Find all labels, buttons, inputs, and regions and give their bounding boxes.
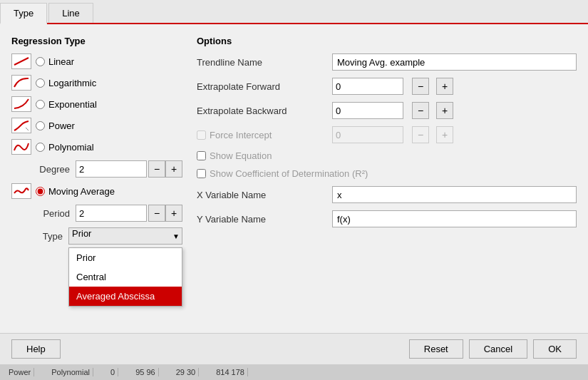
extrapolate-forward-label: Extrapolate Forward	[197, 81, 325, 92]
degree-input[interactable]	[76, 160, 147, 178]
period-label: Period	[37, 208, 70, 219]
power-radio[interactable]	[36, 121, 45, 130]
bottom-strip: Power Polynomial 0 95 96 29 30 814 178	[0, 364, 588, 380]
degree-stepper: − +	[76, 160, 182, 178]
exponential-radio-label[interactable]: Exponential	[36, 99, 97, 110]
force-intercept-label: Force Intercept	[197, 130, 325, 140]
logarithmic-radio-label[interactable]: Logarithmic	[36, 78, 96, 88]
moving-average-radio[interactable]	[36, 187, 45, 196]
logarithmic-icon	[11, 75, 31, 91]
dropdown-item-averaged-abscissa[interactable]: Averaged Abscissa	[69, 287, 182, 306]
period-row: Period − +	[37, 205, 182, 222]
x-variable-row: X Variable Name	[197, 186, 577, 203]
tab-type[interactable]: Type	[0, 3, 47, 24]
show-equation-row: Show Equation	[197, 150, 577, 161]
strip-values1: 95 96	[133, 368, 159, 376]
y-variable-label: Y Variable Name	[197, 214, 325, 225]
period-stepper: − +	[76, 205, 182, 222]
polynomial-radio-label[interactable]: Polynomial	[36, 142, 94, 153]
polynomial-icon	[11, 139, 31, 155]
exponential-icon	[11, 96, 31, 112]
force-intercept-input	[332, 126, 403, 143]
show-r2-row: Show Coefficient of Determination (R²)	[197, 168, 577, 179]
linear-radio-label[interactable]: Linear	[36, 56, 74, 67]
force-intercept-check-label[interactable]: Force Intercept	[197, 130, 325, 140]
extrapolate-forward-input[interactable]	[332, 78, 403, 95]
cancel-button[interactable]: Cancel	[469, 339, 527, 359]
linear-radio[interactable]	[36, 57, 45, 66]
regression-item-power: Power	[11, 118, 182, 133]
strip-values2: 29 30	[173, 368, 200, 376]
dropdown-item-prior[interactable]: Prior	[69, 248, 182, 267]
tab-line[interactable]: Line	[48, 3, 93, 23]
extrapolate-backward-label: Extrapolate Backward	[197, 106, 325, 116]
x-variable-input[interactable]	[332, 186, 577, 203]
period-increment-button[interactable]: +	[165, 205, 182, 222]
regression-item-moving-average: Moving Average	[11, 183, 182, 199]
force-intercept-decrement: −	[412, 126, 429, 143]
regression-item-linear: Linear	[11, 53, 182, 69]
extrapolate-forward-increment[interactable]: +	[436, 78, 453, 95]
footer-right: Reset Cancel OK	[409, 339, 577, 359]
strip-polynomial: Polynomial	[48, 368, 93, 376]
extrapolate-backward-input[interactable]	[332, 102, 403, 119]
x-variable-label: X Variable Name	[197, 190, 325, 200]
moving-average-icon	[11, 183, 31, 199]
tab-bar: Type Line	[0, 0, 588, 24]
trendline-name-row: Trendline Name	[197, 53, 577, 71]
extrapolate-forward-decrement[interactable]: −	[412, 78, 429, 95]
degree-row: Degree − +	[37, 160, 182, 178]
regression-item-polynomial: Polynomial	[11, 139, 182, 155]
reset-button[interactable]: Reset	[409, 339, 463, 359]
regression-item-logarithmic: Logarithmic	[11, 75, 182, 91]
extrapolate-backward-decrement[interactable]: −	[412, 102, 429, 119]
type-dropdown-wrapper: Prior ▼ Prior Central Averaged Abscissa	[68, 227, 182, 245]
show-equation-label: Show Equation	[197, 150, 325, 161]
trendline-name-input[interactable]	[332, 53, 577, 71]
dropdown-item-central[interactable]: Central	[69, 267, 182, 287]
ok-button[interactable]: OK	[533, 339, 577, 359]
moving-average-radio-label[interactable]: Moving Average	[36, 186, 115, 197]
extrapolate-forward-row: Extrapolate Forward − +	[197, 78, 577, 95]
extrapolate-backward-increment[interactable]: +	[436, 102, 453, 119]
bottom-strip-content: Power Polynomial 0 95 96 29 30 814 178	[6, 368, 248, 376]
regression-type-title: Regression Type	[11, 36, 182, 46]
main-content: Regression Type Linear Logarithmic	[0, 24, 588, 333]
type-dropdown[interactable]: Prior	[68, 227, 182, 245]
type-dropdown-popup: Prior Central Averaged Abscissa	[68, 247, 182, 307]
logarithmic-radio[interactable]	[36, 78, 45, 88]
svg-line-1	[26, 128, 29, 130]
y-variable-row: Y Variable Name	[197, 210, 577, 227]
left-panel: Regression Type Linear Logarithmic	[11, 36, 182, 322]
footer: Help Reset Cancel OK	[0, 333, 588, 364]
degree-decrement-button[interactable]: −	[148, 160, 165, 178]
y-variable-input[interactable]	[332, 210, 577, 227]
force-intercept-checkbox[interactable]	[197, 130, 206, 140]
polynomial-radio[interactable]	[36, 143, 45, 152]
options-title: Options	[197, 36, 577, 46]
strip-empty1: 0	[108, 368, 118, 376]
force-intercept-row: Force Intercept − +	[197, 126, 577, 143]
show-r2-checkbox[interactable]	[197, 169, 206, 178]
strip-power: Power	[6, 368, 34, 376]
options-grid: Trendline Name Extrapolate Forward − + E…	[197, 53, 577, 227]
type-row: Type Prior ▼ Prior Central	[37, 227, 182, 245]
extrapolate-backward-row: Extrapolate Backward − +	[197, 102, 577, 119]
period-input[interactable]	[76, 205, 147, 222]
degree-increment-button[interactable]: +	[165, 160, 182, 178]
svg-line-0	[14, 58, 29, 65]
period-decrement-button[interactable]: −	[148, 205, 165, 222]
show-r2-label: Show Coefficient of Determination (R²)	[197, 168, 368, 179]
help-button[interactable]: Help	[11, 339, 61, 359]
linear-icon	[11, 53, 31, 69]
degree-label: Degree	[37, 164, 70, 175]
type-label: Type	[37, 231, 63, 242]
power-radio-label[interactable]: Power	[36, 120, 75, 131]
trendline-name-label: Trendline Name	[197, 57, 325, 68]
regression-item-exponential: Exponential	[11, 96, 182, 112]
dialog: Type Line Regression Type Linear	[0, 0, 588, 380]
show-equation-checkbox[interactable]	[197, 151, 206, 160]
show-equation-check-label[interactable]: Show Equation	[197, 150, 325, 161]
show-r2-check-label[interactable]: Show Coefficient of Determination (R²)	[197, 168, 368, 179]
exponential-radio[interactable]	[36, 100, 45, 109]
